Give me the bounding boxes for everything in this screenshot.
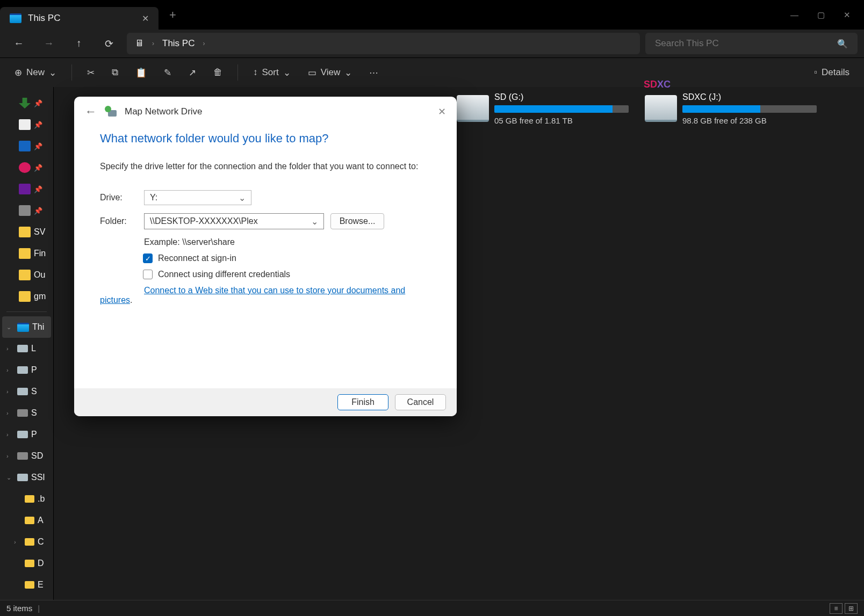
example-text: Example: \\server\share [144,237,431,247]
sidebar-item-label: Thi [32,322,44,332]
sidebar-drive-item[interactable]: › L [0,338,53,359]
sidebar-drive-item[interactable]: › P [0,424,53,445]
sidebar-item-label: Ou [34,270,45,280]
sidebar-folder-item[interactable]: D [0,553,53,574]
cancel-button[interactable]: Cancel [395,394,446,410]
tab-close-icon[interactable]: ✕ [142,13,149,24]
sidebar-item-label: A [38,516,44,525]
folder-input[interactable]: \\DESKTOP-XXXXXXX\Plex [144,213,324,229]
folder-icon [25,517,34,524]
address-bar[interactable]: 🖥 › This PC › [127,33,640,54]
sidebar: 📌 📌 📌 📌 📌 📌 SV Fin Ou [0,87,54,600]
reconnect-checkbox[interactable]: ✓ [143,253,153,263]
sort-button[interactable]: ↕ Sort ⌄ [247,62,297,83]
sidebar-pinned-item[interactable]: 📌 [0,114,53,135]
drive-item[interactable]: SDXC SDXC (J:) 98.8 GB free of 238 GB [645,92,817,125]
credentials-checkbox-row[interactable]: Connect using different credentials [143,270,431,279]
sidebar-drive-item[interactable]: ⌄ SSI [0,467,53,488]
grid-view-button[interactable]: ⊞ [845,603,858,614]
sidebar-drive-item[interactable]: › S [0,402,53,424]
rename-button[interactable]: ✎ [157,62,178,83]
sidebar-item-label: C [38,537,44,547]
sidebar-item-this-pc[interactable]: ⌄ Thi [2,316,51,338]
tab-title: This PC [28,13,60,24]
forward-button[interactable]: → [37,33,61,54]
sidebar-pinned-item[interactable]: 📌 [0,178,53,200]
chevron-icon: › [6,453,14,459]
up-button[interactable]: ↑ [67,33,91,54]
breadcrumb[interactable]: This PC [162,38,195,49]
share-button[interactable]: ↗ [182,62,203,83]
copy-button[interactable]: ⧉ [105,62,125,83]
drive-item[interactable]: SD (G:) 05 GB free of 1.81 TB [457,92,629,125]
view-button[interactable]: ▭ View ⌄ [301,62,359,83]
search-input[interactable] [655,38,832,49]
maximize-button[interactable]: ▢ [817,10,825,20]
sidebar-drive-item[interactable]: › S [0,381,53,402]
credentials-checkbox[interactable] [143,270,153,279]
drive-icon [17,409,28,417]
sidebar-folder-item[interactable]: SV [0,221,53,243]
sidebar-folder-item[interactable]: Ou [0,264,53,286]
more-button[interactable]: ⋯ [363,62,385,83]
sidebar-item-label: S [31,408,37,418]
folder-icon [19,162,31,173]
minimize-button[interactable]: — [790,10,798,20]
folder-icon [19,141,31,151]
pin-icon: 📌 [34,121,42,129]
folder-label: Folder: [100,216,144,226]
folder-icon [25,581,34,589]
credentials-label: Connect using different credentials [158,270,290,279]
dialog-close-button[interactable]: ✕ [438,106,446,118]
finish-button[interactable]: Finish [337,394,388,410]
folder-icon [25,560,34,567]
browse-button[interactable]: Browse... [330,213,384,229]
paste-button[interactable]: 📋 [129,62,153,83]
sidebar-drive-item[interactable]: › SD [0,445,53,467]
reconnect-checkbox-row[interactable]: ✓ Reconnect at sign-in [143,253,431,263]
search-box[interactable]: 🔍 [645,33,858,54]
sidebar-folder-item[interactable]: › C [0,531,53,553]
drive-select[interactable]: Y: [144,190,251,205]
chevron-down-icon: ⌄ [6,324,14,331]
folder-icon [25,538,34,546]
sidebar-folder-item[interactable]: Fin [0,243,53,264]
details-button[interactable]: ▫ Details [808,62,856,83]
new-button[interactable]: ⊕ New ⌄ [8,62,63,83]
close-button[interactable]: ✕ [844,10,851,20]
sidebar-drive-item[interactable]: › P [0,359,53,381]
tab-this-pc[interactable]: This PC ✕ [0,7,159,30]
drive-icon [17,345,28,352]
refresh-button[interactable]: ⟳ [97,33,121,54]
dialog-subtext: Specify the drive letter for the connect… [100,162,431,171]
sidebar-folder-item[interactable]: gm [0,286,53,307]
cut-button[interactable]: ✂ [81,62,101,83]
new-tab-button[interactable]: + [169,8,176,22]
sidebar-pinned-item[interactable]: 📌 [0,92,53,114]
back-button[interactable]: ← [6,33,31,54]
statusbar: 5 items | ≡ ⊞ [0,600,864,616]
sidebar-folder-item[interactable]: E [0,574,53,596]
chevron-icon: › [152,40,154,47]
drive-icon: SDXC [645,95,677,122]
sidebar-pinned-item[interactable]: 📌 [0,135,53,157]
separator [71,64,72,81]
separator [237,64,238,81]
sidebar-pinned-item[interactable]: 📌 [0,157,53,178]
sidebar-pinned-item[interactable]: 📌 [0,200,53,221]
search-icon[interactable]: 🔍 [837,39,848,49]
pin-icon: 📌 [34,185,42,193]
dialog-back-button[interactable]: ← [85,105,97,119]
sidebar-folder-item[interactable]: .b [0,488,53,510]
sidebar-item-label: .b [38,494,45,504]
monitor-icon: 🖥 [135,38,144,49]
sidebar-folder-item[interactable]: A [0,510,53,531]
website-link[interactable]: Connect to a Web site that you can use t… [100,286,405,305]
pin-icon: 📌 [34,164,42,172]
delete-button[interactable]: 🗑 [207,62,229,83]
drive-name: SD (G:) [494,92,629,102]
folder-icon [19,227,31,237]
list-view-button[interactable]: ≡ [830,603,843,614]
folder-icon [25,495,34,503]
chevron-icon: › [203,40,205,47]
